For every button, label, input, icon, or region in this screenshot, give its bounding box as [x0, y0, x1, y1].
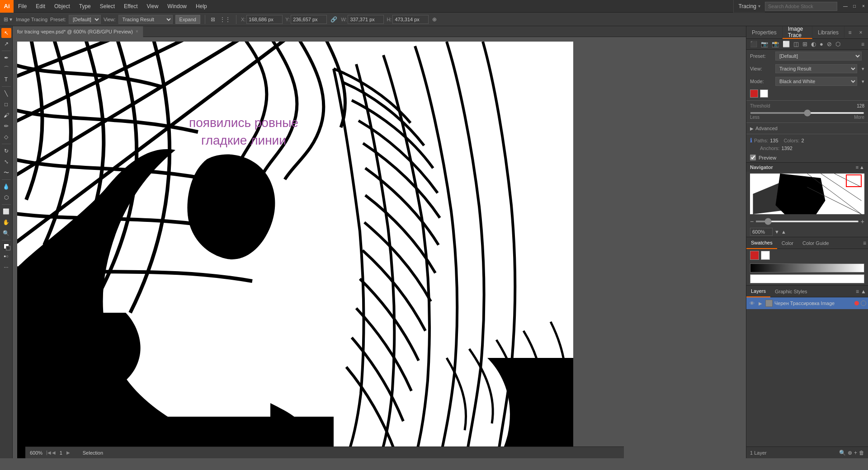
it-technical-icon[interactable]: ⬡	[835, 41, 840, 47]
blend-tool[interactable]: ⬡	[1, 193, 11, 202]
expand-button[interactable]: Expand	[175, 15, 200, 24]
it-mode-select[interactable]: Black and White	[775, 77, 857, 86]
search-input[interactable]	[765, 2, 837, 11]
color-tab[interactable]: Color	[777, 237, 798, 249]
layers-menu-icon[interactable]: ≡	[856, 288, 861, 295]
it-mode-extra[interactable]: ▾	[862, 79, 864, 85]
it-panel-menu[interactable]: ≡	[861, 41, 864, 47]
text-tool[interactable]: T	[1, 75, 11, 85]
panel-menu-icon[interactable]: ≡	[844, 26, 855, 39]
red-swatch[interactable]	[750, 251, 759, 260]
nav-zoom-input[interactable]	[750, 228, 773, 236]
zoom-tool[interactable]: 🔍	[1, 228, 11, 238]
navigator-header[interactable]: Navigator ≡ ▲	[746, 163, 868, 172]
scale-tool[interactable]: ⤡	[1, 157, 11, 167]
it-high-fidelity-icon[interactable]: 📷	[761, 41, 768, 47]
menu-help[interactable]: Help	[191, 0, 212, 12]
it-view-extra[interactable]: ▾	[862, 66, 864, 72]
it-auto-color-icon[interactable]: ⬛	[750, 41, 757, 47]
menu-select[interactable]: Select	[95, 0, 119, 12]
navigator-preview[interactable]	[750, 174, 864, 214]
it-line-art-icon[interactable]: ⊘	[827, 41, 832, 47]
rectangle-tool[interactable]: □	[1, 99, 11, 109]
layer-locate-icon[interactable]: ⊕	[848, 450, 852, 456]
align-icon[interactable]: ⋮⋮	[219, 16, 231, 23]
shaper-tool[interactable]: ◇	[1, 132, 11, 142]
menu-view[interactable]: View	[142, 0, 163, 12]
it-6-colors-icon[interactable]: ◫	[793, 41, 799, 47]
menu-type[interactable]: Type	[75, 0, 95, 12]
white-bar-swatch[interactable]	[750, 274, 864, 283]
it-preview-checkbox[interactable]	[750, 155, 756, 160]
maximize-button[interactable]: □	[850, 2, 859, 11]
navigator-collapse-icon[interactable]: ▲	[859, 164, 864, 170]
panel-close-icon[interactable]: ×	[855, 26, 866, 39]
nav-zoom-slider[interactable]	[755, 221, 859, 222]
menu-effect[interactable]: Effect	[119, 0, 142, 12]
swatches-menu-icon[interactable]: ≡	[863, 240, 868, 246]
nav-zoom-up-btn[interactable]: ▲	[781, 229, 786, 235]
warp-tool[interactable]: 〜	[1, 168, 11, 178]
artboard-tool[interactable]: ⬜	[1, 207, 11, 216]
menu-window[interactable]: Window	[163, 0, 191, 12]
nav-zoom-down-btn[interactable]: ▼	[774, 229, 779, 235]
layer-add-icon[interactable]: +	[854, 450, 857, 456]
minimize-button[interactable]: —	[841, 2, 850, 11]
w-input[interactable]	[348, 15, 384, 24]
next-page-button[interactable]: ▶	[66, 450, 70, 456]
x-input[interactable]	[246, 15, 283, 24]
layer-visibility-icon[interactable]: 👁	[748, 300, 755, 307]
arrange-icons[interactable]: ⊞ ▾	[3, 16, 13, 23]
layer-row[interactable]: 👁 ▶ Черен Трассировка Image	[746, 297, 868, 309]
rotate-tool[interactable]: ↻	[1, 146, 11, 156]
more-transform-icon[interactable]: ⊕	[431, 16, 438, 23]
prev-page-button[interactable]: ◀	[52, 450, 56, 456]
pencil-tool[interactable]: ✏	[1, 121, 11, 131]
fill-swatch[interactable]	[3, 243, 9, 249]
tab-image-trace[interactable]: Image Trace	[783, 26, 812, 39]
fill-color-btn[interactable]: ●○	[1, 251, 11, 261]
canvas-scroll-area[interactable]: появились ровные гладкие линии	[13, 37, 746, 458]
h-input[interactable]	[392, 15, 429, 24]
close-tab-button[interactable]: ×	[136, 29, 138, 34]
white-swatch[interactable]	[761, 251, 770, 260]
it-silhouette-icon[interactable]: ●	[820, 41, 823, 47]
pen-tool[interactable]: ✒	[1, 53, 11, 63]
menu-object[interactable]: Object	[50, 0, 75, 12]
swatches-tab[interactable]: Swatches	[746, 237, 777, 249]
tab-properties[interactable]: Properties	[746, 26, 783, 39]
it-threshold-slider[interactable]	[750, 112, 864, 114]
hand-tool[interactable]: ✋	[1, 217, 11, 227]
first-page-button[interactable]: |◀	[46, 450, 51, 456]
layers-collapse-icon[interactable]: ▲	[861, 288, 868, 295]
it-palette-swatch-1[interactable]	[750, 89, 758, 98]
y-input[interactable]	[291, 15, 327, 24]
it-16-colors-icon[interactable]: ⊞	[802, 41, 807, 47]
it-3-colors-icon[interactable]: ⬜	[783, 41, 790, 47]
it-palette-swatch-2[interactable]	[760, 89, 768, 98]
layer-expand-arrow[interactable]: ▶	[757, 300, 764, 306]
curvature-tool[interactable]: ⌒	[1, 64, 11, 74]
lock-icon[interactable]: 🔗	[330, 16, 338, 23]
it-view-select[interactable]: Tracing Result	[775, 64, 857, 73]
it-advanced-toggle[interactable]: ▶ Advanced	[746, 124, 868, 133]
transform-icon[interactable]: ⊠	[210, 16, 216, 23]
nav-zoom-in-btn[interactable]: +	[861, 218, 864, 225]
layer-search-icon[interactable]: 🔍	[839, 450, 846, 456]
direct-selection-tool[interactable]: ↗	[1, 39, 11, 49]
color-guide-tab[interactable]: Color Guide	[798, 237, 834, 249]
graphic-styles-tab[interactable]: Graphic Styles	[770, 286, 812, 297]
preset-dropdown[interactable]: [Default]	[69, 15, 101, 24]
layer-delete-icon[interactable]: 🗑	[859, 450, 864, 456]
gradient-swatch[interactable]	[750, 263, 864, 273]
it-preset-select[interactable]: [Default]	[775, 52, 862, 61]
close-button[interactable]: ×	[859, 2, 868, 11]
eyedropper-tool[interactable]: 💧	[1, 182, 11, 192]
layer-target-circle[interactable]	[861, 301, 866, 306]
document-tab[interactable]: for tracing черен.psd* @ 600% (RGB/GPU P…	[13, 26, 143, 37]
paintbrush-tool[interactable]: 🖌	[1, 110, 11, 120]
tab-libraries[interactable]: Libraries	[812, 26, 844, 39]
menu-edit[interactable]: Edit	[31, 0, 50, 12]
page-input[interactable]	[57, 450, 66, 456]
navigator-menu-icon[interactable]: ≡	[856, 164, 859, 170]
